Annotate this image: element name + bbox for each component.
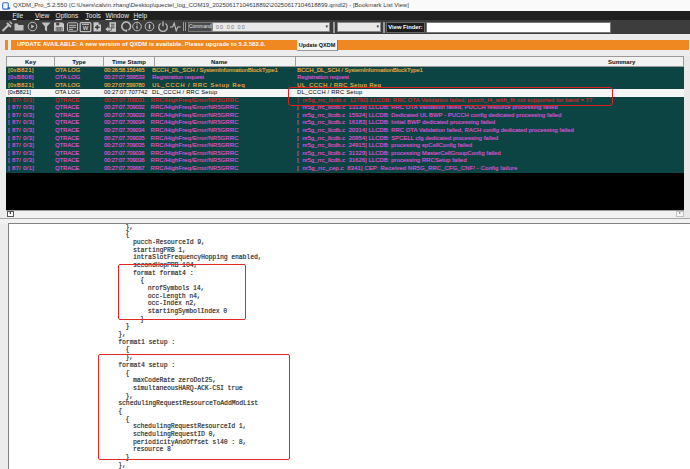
svg-text:W: W xyxy=(83,25,89,31)
